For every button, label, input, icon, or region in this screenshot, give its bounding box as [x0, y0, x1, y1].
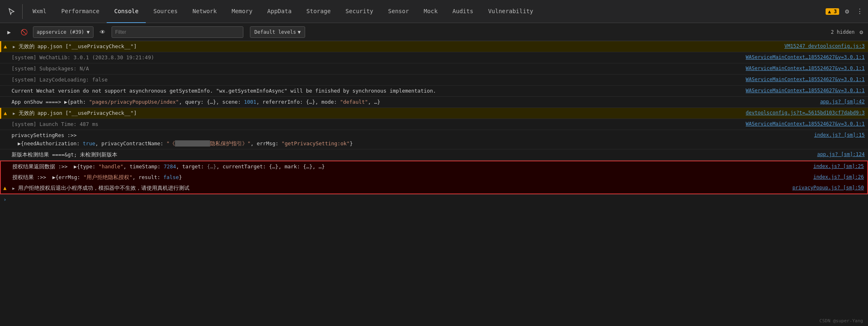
context-dropdown-icon: ▼ [87, 29, 90, 35]
default-levels-label: Default levels [254, 29, 296, 35]
tab-security[interactable]: Security [338, 0, 380, 23]
log-source[interactable]: app.js? [sm]:42 [820, 98, 865, 105]
watermark: CSDN @super-Yang [819, 318, 863, 324]
log-row[interactable]: ▲▶ 无效的 app.json ["__usePrivacyCheck__"]V… [0, 41, 868, 52]
tab-audits[interactable]: Audits [445, 0, 481, 23]
log-content: ▶ 用户拒绝授权后退出小程序成功，模拟器中不生效，请使用真机进行测试 [12, 184, 786, 192]
tab-vulnerability[interactable]: Vulnerability [481, 0, 541, 23]
run-icon[interactable]: ▶ [3, 26, 15, 38]
tab-wxml[interactable]: Wxml [25, 0, 54, 23]
input-caret: › [3, 196, 7, 203]
log-row[interactable]: [system] WeChatLib: 3.0.1 (2023.8.30 19:… [0, 52, 868, 63]
log-row[interactable]: [system] Subpackages: N/AWAServiceMainCo… [0, 63, 868, 75]
filter-input[interactable] [112, 26, 243, 38]
cursor-icon[interactable] [3, 0, 20, 23]
log-row[interactable]: 授权结果返回数据 :>> ▶{type: "handle", timeStamp… [0, 161, 868, 172]
tab-console[interactable]: Console [107, 0, 146, 23]
warn-badge[interactable]: ▲ 3 [826, 8, 840, 15]
main-toolbar: WxmlPerformanceConsoleSourcesNetworkMemo… [0, 0, 868, 23]
console-input[interactable] [9, 196, 865, 203]
log-row[interactable]: [system] LazyCodeLoading: falseWAService… [0, 75, 868, 86]
tab-appdata[interactable]: AppData [260, 0, 299, 23]
default-levels-dropdown[interactable]: Default levels ▼ [250, 26, 305, 38]
log-source[interactable]: WAServiceMainContext…185524627&v=3.0.1:1 [746, 76, 865, 82]
log-source[interactable]: index.js? [sm]:15 [814, 131, 865, 138]
warn-icon: ▲ [3, 185, 7, 191]
more-icon[interactable]: ⋮ [855, 6, 865, 17]
tab-memory[interactable]: Memory [224, 0, 260, 23]
context-label: appservice (#39) [37, 29, 84, 35]
tab-mock[interactable]: Mock [416, 0, 445, 23]
log-content: privacySettingRes :>> ▶{needAuthorizatio… [12, 131, 807, 148]
log-row[interactable]: ▲▶ 无效的 app.json ["__usePrivacyCheck__"]d… [0, 108, 868, 119]
console-input-row: › [0, 194, 868, 204]
log-content: Current Wechat version do not support as… [12, 87, 739, 95]
log-row[interactable]: App onShow ====> ▶{path: "pages/privacyP… [0, 97, 868, 108]
log-source[interactable]: devtoolsconfig.js?t=…5615bd103cf7dabd9:3 [746, 109, 865, 116]
levels-chevron: ▼ [298, 29, 301, 35]
tab-sensor[interactable]: Sensor [381, 0, 417, 23]
log-row[interactable]: [system] Launch Time: 487 msWAServiceMai… [0, 119, 868, 130]
log-source[interactable]: VM15247 devtoolsconfig.js:3 [784, 42, 865, 49]
log-row[interactable]: 授权结果 :>> ▶{errMsg: "用户拒绝隐私授权", result: f… [0, 172, 868, 183]
log-content: [system] Subpackages: N/A [12, 65, 739, 73]
log-source[interactable]: app.js? [sm]:124 [817, 151, 865, 157]
log-content: 授权结果 :>> ▶{errMsg: "用户拒绝隐私授权", result: f… [12, 173, 807, 182]
log-source[interactable]: WAServiceMainContext…185524627&v=3.0.1:1 [746, 54, 865, 60]
log-content: 新版本检测结果 ====&gt; 未检测到新版本 [12, 151, 810, 159]
console-settings-icon[interactable]: ⚙ [858, 27, 865, 37]
log-row[interactable]: ▲▶ 用户拒绝授权后退出小程序成功，模拟器中不生效，请使用真机进行测试priva… [0, 183, 868, 194]
tab-storage[interactable]: Storage [299, 0, 338, 23]
log-source[interactable]: WAServiceMainContext…185524627&v=3.0.1:1 [746, 87, 865, 93]
tabs-container: WxmlPerformanceConsoleSourcesNetworkMemo… [25, 0, 541, 23]
console-toolbar: ▶ 🚫 appservice (#39) ▼ 👁 Default levels … [0, 23, 868, 41]
log-source[interactable]: WAServiceMainContext…185524627&v=3.0.1:1 [746, 120, 865, 127]
eye-icon[interactable]: 👁 [97, 26, 108, 38]
console-log-area: ▲▶ 无效的 app.json ["__usePrivacyCheck__"]V… [0, 41, 868, 326]
log-source[interactable]: WAServiceMainContext…185524627&v=3.0.1:1 [746, 65, 865, 71]
log-row[interactable]: Current Wechat version do not support as… [0, 86, 868, 97]
tab-sources[interactable]: Sources [146, 0, 185, 23]
clear-icon[interactable]: 🚫 [18, 26, 30, 38]
tab-network[interactable]: Network [185, 0, 224, 23]
log-content: App onShow ====> ▶{path: "pages/privacyP… [12, 98, 814, 106]
toolbar-separator [22, 4, 23, 19]
log-source[interactable]: privacyPopup.js? [sm]:50 [793, 184, 864, 191]
toolbar-right: ▲ 3 ⚙ ⋮ [826, 6, 865, 17]
tab-performance[interactable]: Performance [54, 0, 107, 23]
warn-icon: ▲ [4, 110, 7, 116]
log-content: ▶ 无效的 app.json ["__usePrivacyCheck__"] [13, 109, 739, 117]
log-source[interactable]: index.js? [sm]:25 [813, 163, 864, 169]
log-content: [system] LazyCodeLoading: false [12, 76, 739, 84]
hidden-count: 2 hidden [831, 29, 855, 35]
log-row[interactable]: privacySettingRes :>> ▶{needAuthorizatio… [0, 130, 868, 149]
context-select[interactable]: appservice (#39) ▼ [33, 26, 93, 38]
log-content: [system] Launch Time: 487 ms [12, 120, 739, 128]
warn-icon: ▲ [4, 43, 7, 49]
log-content: [system] WeChatLib: 3.0.1 (2023.8.30 19:… [12, 54, 739, 62]
log-content: ▶ 无效的 app.json ["__usePrivacyCheck__"] [13, 42, 778, 51]
log-source[interactable]: index.js? [sm]:26 [813, 173, 864, 180]
log-row[interactable]: 新版本检测结果 ====&gt; 未检测到新版本app.js? [sm]:124 [0, 149, 868, 161]
settings-icon[interactable]: ⚙ [843, 6, 851, 17]
log-content: 授权结果返回数据 :>> ▶{type: "handle", timeStamp… [12, 163, 807, 171]
